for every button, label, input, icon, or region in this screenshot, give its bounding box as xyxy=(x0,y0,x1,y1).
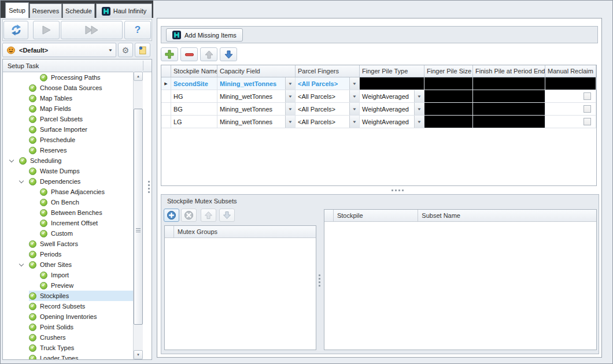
add-mutex-group-button[interactable] xyxy=(164,209,179,222)
tree-item-scheduling[interactable]: ✓Scheduling xyxy=(3,155,133,166)
expand-chevron-icon[interactable] xyxy=(19,179,24,183)
dropdown-button[interactable]: ▼ xyxy=(349,116,359,128)
horizontal-splitter[interactable] xyxy=(392,190,405,191)
tree-item-increment-offset[interactable]: ✓Increment Offset xyxy=(3,218,133,228)
tree-item-reserves[interactable]: ✓Reserves xyxy=(3,145,133,155)
scrollbar-up-button[interactable]: ▲ xyxy=(134,72,143,81)
cell-parcel-fingers[interactable]: <All Parcels>▼ xyxy=(296,90,360,102)
tab-schedule[interactable]: Schedule xyxy=(62,3,95,18)
cell-capacity-field[interactable]: Mining_wetTonnes▼ xyxy=(217,103,296,115)
help-button[interactable]: ? xyxy=(124,21,151,39)
cell-stockpile-name[interactable]: SecondSite xyxy=(171,77,217,90)
grid-row-bg[interactable]: BGMining_wetTonnes▼<All Parcels>▼WeightA… xyxy=(161,103,596,116)
tree-item-import[interactable]: ✓Import xyxy=(3,270,133,280)
cell-manual-reclaim[interactable] xyxy=(545,90,596,102)
dropdown-button[interactable]: ▼ xyxy=(414,90,424,102)
mutex-table-body[interactable] xyxy=(324,222,596,350)
tree-item-opening-inventories[interactable]: ✓Opening Inventories xyxy=(3,311,133,322)
cell-stockpile-name[interactable]: BG xyxy=(171,103,217,115)
tree-item-between-benches[interactable]: ✓Between Benches xyxy=(3,207,133,218)
tree-item-waste-dumps[interactable]: ✓Waste Dumps xyxy=(3,166,133,176)
redacted-cell-finger-pile-size[interactable] xyxy=(424,77,473,90)
tree-item-truck-types[interactable]: ✓Truck Types xyxy=(3,343,133,353)
scrollbar-thumb[interactable] xyxy=(134,109,143,325)
dropdown-button[interactable]: ▼ xyxy=(349,77,359,90)
tree-item-stockpiles[interactable]: ✓Stockpiles xyxy=(3,291,133,301)
scrollbar-down-button[interactable]: ▼ xyxy=(134,350,143,359)
redacted-cell-finish-pile-at-period-end[interactable] xyxy=(473,103,545,115)
run-button[interactable] xyxy=(33,21,60,39)
cell-capacity-field[interactable]: Mining_wetTonnes▼ xyxy=(217,77,296,90)
grid-row-secondsite[interactable]: ▶SecondSiteMining_wetTonnes▼<All Parcels… xyxy=(161,77,596,90)
manual-reclaim-checkbox[interactable] xyxy=(584,118,591,125)
dropdown-button[interactable]: ▼ xyxy=(285,77,295,90)
tree-item-loader-types[interactable]: ✓Loader Types xyxy=(3,353,133,359)
mutex-splitter[interactable] xyxy=(319,274,320,288)
column-header-parcel-fingers[interactable]: Parcel Fingers xyxy=(296,65,360,77)
tree-item-processing-paths[interactable]: ✓Processing Paths xyxy=(3,72,133,83)
move-up-button[interactable] xyxy=(200,47,217,61)
mutex-move-up-button[interactable] xyxy=(201,209,216,222)
column-header-manual-reclaim[interactable]: Manual Reclaim xyxy=(545,65,596,77)
tree-item-preschedule[interactable]: ✓Preschedule xyxy=(3,135,133,145)
cell-parcel-fingers[interactable]: <All Parcels>▼ xyxy=(296,77,360,90)
cell-capacity-field[interactable]: Mining_wetTonnes▼ xyxy=(217,90,296,102)
column-header-stockpile[interactable]: Stockpile xyxy=(334,210,418,221)
run-all-button[interactable] xyxy=(61,21,123,39)
tree-item-map-tables[interactable]: ✓Map Tables xyxy=(3,93,133,103)
dropdown-button[interactable]: ▼ xyxy=(285,116,295,128)
cell-manual-reclaim[interactable] xyxy=(545,103,596,115)
cell-manual-reclaim[interactable] xyxy=(545,116,596,128)
tab-setup[interactable]: Setup xyxy=(5,2,29,18)
tree-item-surface-importer[interactable]: ✓Surface Importer xyxy=(3,124,133,135)
tree-item-point-solids[interactable]: ✓Point Solids xyxy=(3,322,133,332)
tree-item-crushers[interactable]: ✓Crushers xyxy=(3,332,133,343)
add-missing-items-button[interactable]: Add Missing Items xyxy=(166,28,243,42)
manual-reclaim-checkbox[interactable] xyxy=(584,105,591,113)
expand-chevron-icon[interactable] xyxy=(9,158,14,162)
column-header-capacity-field[interactable]: Capacity Field xyxy=(217,65,296,77)
move-down-button[interactable] xyxy=(220,47,237,61)
tab-reserves[interactable]: Reserves xyxy=(29,3,62,18)
cell-capacity-field[interactable]: Mining_wetTonnes▼ xyxy=(217,116,296,128)
column-header-finish-pile-at-period-end[interactable]: Finish Pile at Period End xyxy=(473,65,545,77)
column-header-stockpile-name[interactable]: Stockpile Name xyxy=(171,65,217,77)
expand-chevron-icon[interactable] xyxy=(19,262,24,266)
tree-item-parcel-subsets[interactable]: ✓Parcel Subsets xyxy=(3,114,133,124)
column-header-finger-pile-size[interactable]: Finger Pile Size xyxy=(424,65,473,77)
tree-scrollbar[interactable]: ▲ ▼ xyxy=(133,72,143,359)
redacted-cell-finger-pile-size[interactable] xyxy=(424,103,473,115)
tree-item-periods[interactable]: ✓Periods xyxy=(3,249,133,259)
redacted-cell-manual-reclaim[interactable] xyxy=(545,77,596,90)
tree-item-dependencies[interactable]: ✓Dependencies xyxy=(3,176,133,187)
manual-reclaim-checkbox[interactable] xyxy=(584,92,591,100)
column-header-subset-name[interactable]: Subset Name xyxy=(418,210,596,221)
grid-row-hg[interactable]: HGMining_wetTonnes▼<All Parcels>▼WeightA… xyxy=(161,90,596,103)
redacted-cell-finger-pile-size[interactable] xyxy=(424,90,473,102)
tree-item-preview[interactable]: ✓Preview xyxy=(3,280,133,291)
tree-item-on-bench[interactable]: ✓On Bench xyxy=(3,197,133,207)
tree-item-record-subsets[interactable]: ✓Record Subsets xyxy=(3,301,133,311)
dropdown-button[interactable]: ▼ xyxy=(349,90,359,102)
tree-item-map-fields[interactable]: ✓Map Fields xyxy=(3,103,133,114)
cell-stockpile-name[interactable]: LG xyxy=(171,116,217,128)
dropdown-button[interactable]: ▼ xyxy=(414,103,424,115)
notes-button[interactable] xyxy=(135,43,150,57)
mutex-move-down-button[interactable] xyxy=(219,209,235,222)
dropdown-button[interactable]: ▼ xyxy=(285,103,295,115)
cell-stockpile-name[interactable]: HG xyxy=(171,90,217,102)
tree-item-custom[interactable]: ✓Custom xyxy=(3,228,133,239)
cell-finger-pile-type[interactable]: WeightAveraged▼ xyxy=(360,90,424,102)
dropdown-button[interactable]: ▼ xyxy=(414,116,424,128)
cell-finger-pile-type[interactable]: WeightAveraged▼ xyxy=(360,103,424,115)
tree-item-choose-data-sources[interactable]: ✓Choose Data Sources xyxy=(3,83,133,93)
dropdown-button[interactable]: ▼ xyxy=(349,103,359,115)
tree-item-swell-factors[interactable]: ✓Swell Factors xyxy=(3,239,133,249)
left-main-splitter[interactable] xyxy=(148,181,150,195)
dropdown-button[interactable]: ▼ xyxy=(285,90,295,102)
scenario-dropdown[interactable]: <Default> ▼ xyxy=(2,43,116,57)
mutex-groups-body[interactable] xyxy=(165,238,316,350)
column-header-finger-pile-type[interactable]: Finger Pile Type xyxy=(360,65,424,77)
grid-row-lg[interactable]: LGMining_wetTonnes▼<All Parcels>▼WeightA… xyxy=(161,116,596,128)
scenario-settings-button[interactable]: ⚙ xyxy=(118,43,133,57)
